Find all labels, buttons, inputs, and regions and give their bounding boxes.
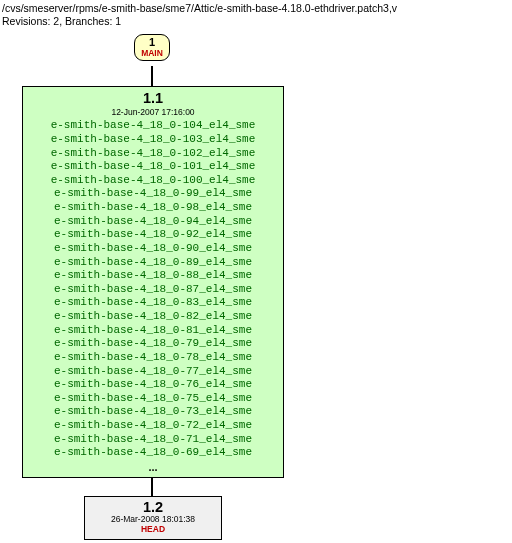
revision-tag: e-smith-base-4_18_0-72_el4_sme xyxy=(29,419,277,433)
revision-tag: e-smith-base-4_18_0-92_el4_sme xyxy=(29,228,277,242)
revision-tag: e-smith-base-4_18_0-101_el4_sme xyxy=(29,160,277,174)
revision-tag: e-smith-base-4_18_0-78_el4_sme xyxy=(29,351,277,365)
main-branch-label: MAIN xyxy=(135,49,169,58)
revision-1-2-node[interactable]: 1.2 26-Mar-2008 18:01:38 HEAD xyxy=(84,496,222,540)
revision-tag: e-smith-base-4_18_0-71_el4_sme xyxy=(29,433,277,447)
revision-tag: e-smith-base-4_18_0-87_el4_sme xyxy=(29,283,277,297)
revision-date: 12-Jun-2007 17:16:00 xyxy=(29,108,277,117)
revision-tag: e-smith-base-4_18_0-90_el4_sme xyxy=(29,242,277,256)
revision-tag: e-smith-base-4_18_0-88_el4_sme xyxy=(29,269,277,283)
revision-tags: e-smith-base-4_18_0-104_el4_smee-smith-b… xyxy=(29,119,277,460)
revision-tag: e-smith-base-4_18_0-76_el4_sme xyxy=(29,378,277,392)
revision-tag: e-smith-base-4_18_0-82_el4_sme xyxy=(29,310,277,324)
edge-main-to-rev1 xyxy=(151,66,153,86)
revision-tag: e-smith-base-4_18_0-89_el4_sme xyxy=(29,256,277,270)
revision-tag: e-smith-base-4_18_0-103_el4_sme xyxy=(29,133,277,147)
revision-tag: e-smith-base-4_18_0-81_el4_sme xyxy=(29,324,277,338)
revision-tag: e-smith-base-4_18_0-83_el4_sme xyxy=(29,296,277,310)
edge-rev1-to-rev2 xyxy=(151,478,153,496)
header: /cvs/smeserver/rpms/e-smith-base/sme7/At… xyxy=(2,2,397,28)
head-label: HEAD xyxy=(89,525,217,535)
revision-tag: e-smith-base-4_18_0-99_el4_sme xyxy=(29,187,277,201)
page-root: /cvs/smeserver/rpms/e-smith-base/sme7/At… xyxy=(0,0,512,543)
main-branch-node[interactable]: 1 MAIN xyxy=(134,34,170,61)
revision-tag: e-smith-base-4_18_0-104_el4_sme xyxy=(29,119,277,133)
revision-tag: e-smith-base-4_18_0-73_el4_sme xyxy=(29,405,277,419)
main-branch-number: 1 xyxy=(135,37,169,49)
revision-version: 1.1 xyxy=(29,91,277,107)
revision-version: 1.2 xyxy=(89,500,217,515)
revision-1-1-node[interactable]: 1.1 12-Jun-2007 17:16:00 e-smith-base-4_… xyxy=(22,86,284,478)
revision-tag: e-smith-base-4_18_0-98_el4_sme xyxy=(29,201,277,215)
revision-tag: e-smith-base-4_18_0-100_el4_sme xyxy=(29,174,277,188)
file-path: /cvs/smeserver/rpms/e-smith-base/sme7/At… xyxy=(2,2,397,15)
revisions-info: Revisions: 2, Branches: 1 xyxy=(2,15,397,28)
revision-tag: e-smith-base-4_18_0-77_el4_sme xyxy=(29,365,277,379)
tags-ellipsis: ... xyxy=(29,461,277,473)
revision-tag: e-smith-base-4_18_0-94_el4_sme xyxy=(29,215,277,229)
revision-tag: e-smith-base-4_18_0-69_el4_sme xyxy=(29,446,277,460)
revision-tag: e-smith-base-4_18_0-79_el4_sme xyxy=(29,337,277,351)
revision-tag: e-smith-base-4_18_0-75_el4_sme xyxy=(29,392,277,406)
revision-tag: e-smith-base-4_18_0-102_el4_sme xyxy=(29,147,277,161)
